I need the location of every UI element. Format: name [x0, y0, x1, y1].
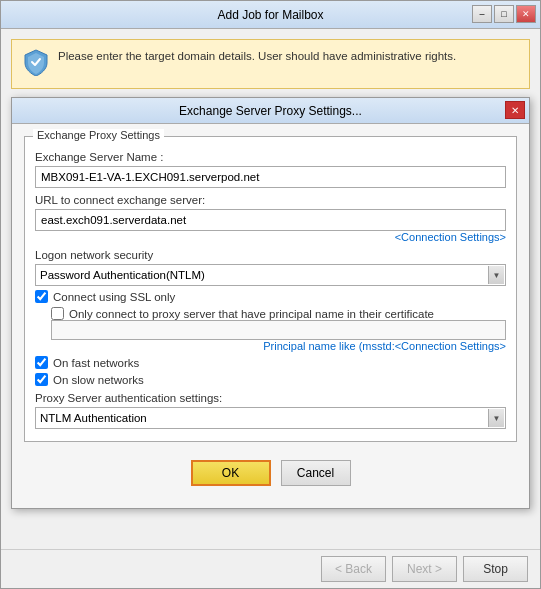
- outer-content: Please enter the target domain details. …: [1, 29, 540, 549]
- outer-titlebar: Add Job for Mailbox – □ ✕: [1, 1, 540, 29]
- slow-networks-label: On slow networks: [53, 374, 144, 386]
- ssl-label: Connect using SSL only: [53, 291, 175, 303]
- exchange-proxy-group: Exchange Proxy Settings Exchange Server …: [24, 136, 517, 442]
- ssl-checkbox-row: Connect using SSL only: [35, 290, 506, 303]
- server-name-input[interactable]: [35, 166, 506, 188]
- info-text: Please enter the target domain details. …: [58, 48, 456, 64]
- outer-window-title: Add Job for Mailbox: [217, 8, 323, 22]
- connection-settings-link[interactable]: <Connection Settings>: [35, 231, 506, 243]
- minimize-button[interactable]: –: [472, 5, 492, 23]
- proxy-auth-label: Proxy Server authentication settings:: [35, 392, 506, 404]
- principal-checkbox-row: Only connect to proxy server that have p…: [51, 307, 506, 320]
- fast-networks-checkbox[interactable]: [35, 356, 48, 369]
- modal-titlebar: Exchange Server Proxy Settings... ✕: [12, 98, 529, 124]
- url-label: URL to connect exchange server:: [35, 194, 506, 206]
- bottom-nav: < Back Next > Stop: [1, 549, 540, 588]
- info-bar: Please enter the target domain details. …: [11, 39, 530, 89]
- fast-networks-label: On fast networks: [53, 357, 139, 369]
- modal-close-button[interactable]: ✕: [505, 101, 525, 119]
- modal-title: Exchange Server Proxy Settings...: [20, 104, 521, 118]
- cancel-button[interactable]: Cancel: [281, 460, 351, 486]
- proxy-settings-modal: Exchange Server Proxy Settings... ✕ Exch…: [11, 97, 530, 509]
- back-button[interactable]: < Back: [321, 556, 386, 582]
- next-button[interactable]: Next >: [392, 556, 457, 582]
- outer-window: Add Job for Mailbox – □ ✕ Please enter t…: [0, 0, 541, 589]
- principal-label: Only connect to proxy server that have p…: [69, 308, 434, 320]
- stop-button[interactable]: Stop: [463, 556, 528, 582]
- slow-networks-checkbox[interactable]: [35, 373, 48, 386]
- logon-dropdown[interactable]: Password Authentication(NTLM): [35, 264, 506, 286]
- ok-button[interactable]: OK: [191, 460, 271, 486]
- logon-dropdown-wrapper: Password Authentication(NTLM) ▼: [35, 264, 506, 286]
- outer-close-button[interactable]: ✕: [516, 5, 536, 23]
- fast-networks-row: On fast networks: [35, 356, 506, 369]
- principal-checkbox[interactable]: [51, 307, 64, 320]
- proxy-auth-dropdown[interactable]: NTLM Authentication: [35, 407, 506, 429]
- url-input[interactable]: [35, 209, 506, 231]
- server-name-label: Exchange Server Name :: [35, 151, 506, 163]
- modal-body: Exchange Proxy Settings Exchange Server …: [12, 124, 529, 508]
- group-title: Exchange Proxy Settings: [33, 129, 164, 141]
- principal-name-link[interactable]: Principal name like (msstd:<Connection S…: [35, 340, 506, 352]
- modal-footer: OK Cancel: [24, 452, 517, 496]
- outer-window-controls: – □ ✕: [472, 5, 536, 23]
- proxy-auth-dropdown-wrapper: NTLM Authentication ▼: [35, 407, 506, 429]
- ssl-checkbox[interactable]: [35, 290, 48, 303]
- shield-icon: [22, 48, 50, 76]
- maximize-button[interactable]: □: [494, 5, 514, 23]
- logon-label: Logon network security: [35, 249, 506, 261]
- slow-networks-row: On slow networks: [35, 373, 506, 386]
- principal-name-input[interactable]: [51, 320, 506, 340]
